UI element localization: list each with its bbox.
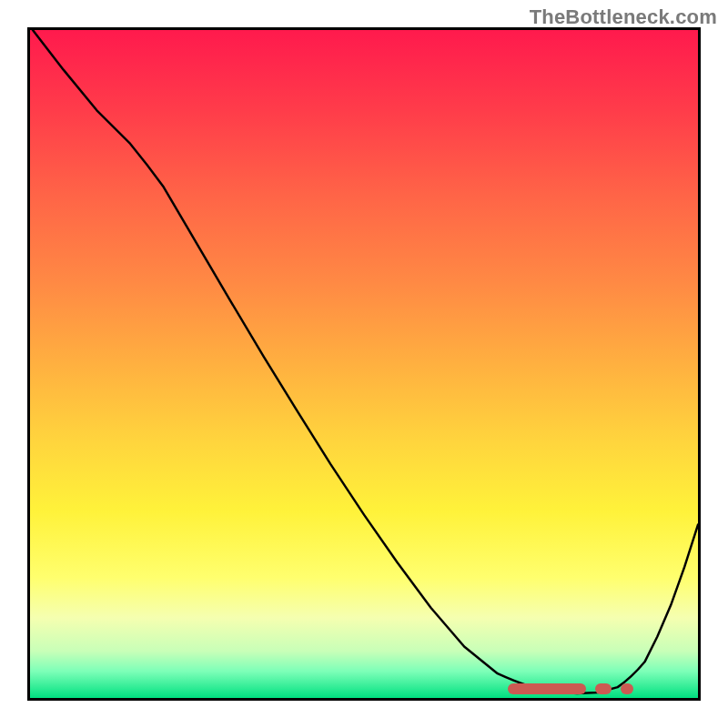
valley-marker-segment <box>508 683 586 694</box>
valley-marker-segment <box>621 683 633 694</box>
watermark-text: TheBottleneck.com <box>530 5 717 29</box>
plot-frame <box>27 27 701 701</box>
chart-curve-svg <box>30 30 698 698</box>
valley-marker-segment <box>595 683 612 694</box>
bottleneck-curve <box>33 30 698 693</box>
